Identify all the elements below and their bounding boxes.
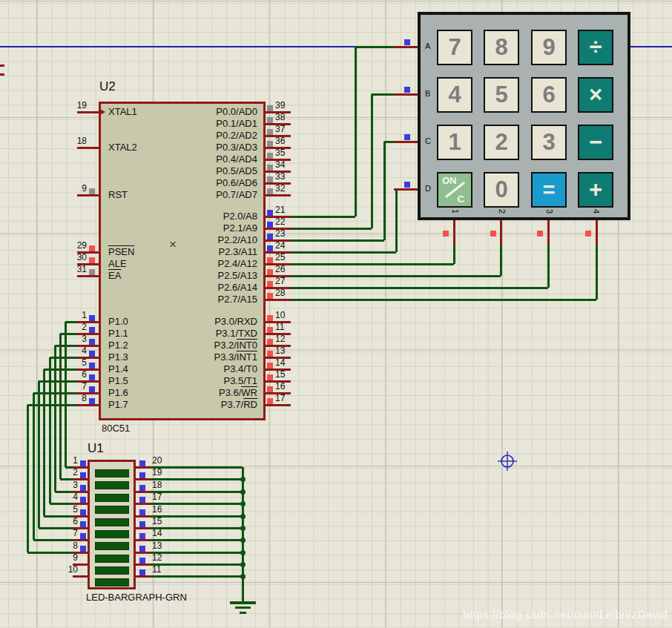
pin-state-marker <box>80 509 86 515</box>
schematic-canvas: 1918929303112345678393837363534333221222… <box>0 0 672 628</box>
wire-segment <box>291 251 396 254</box>
pin-number: 14 <box>275 357 285 368</box>
keypad-button-÷[interactable]: ÷ <box>578 30 613 65</box>
onc-label-bottom: C <box>458 194 464 205</box>
wire-segment <box>27 404 77 406</box>
wire-segment <box>547 220 550 245</box>
led-segment <box>95 555 129 563</box>
wire-segment <box>151 503 243 505</box>
pin-label: P3.2/INT0 <box>214 340 257 351</box>
wire-segment <box>596 220 598 245</box>
wire-segment <box>77 194 99 196</box>
keypad-button-9[interactable]: 9 <box>531 30 567 65</box>
pin-number: 11 <box>275 322 284 332</box>
led-bargraph[interactable] <box>88 460 136 589</box>
wire-segment <box>77 111 99 113</box>
keypad-button-7[interactable]: 7 <box>437 30 472 65</box>
pin-label: P3.1/TXD <box>216 328 257 340</box>
pin-number: 32 <box>275 183 285 194</box>
pin-number: 7 <box>55 528 78 538</box>
pin-number: 26 <box>275 264 285 274</box>
wire-segment <box>453 220 455 245</box>
pin-number: 22 <box>275 217 285 227</box>
pin-state-marker <box>139 460 145 466</box>
keypad-button-5[interactable]: 5 <box>484 77 519 113</box>
pin-state-marker <box>267 351 273 357</box>
pin-state-marker <box>267 293 273 299</box>
pin-label: P1.6 <box>108 387 128 399</box>
keypad-button-2[interactable]: 2 <box>484 125 519 160</box>
wire-segment <box>291 263 454 265</box>
pin-label: P3.7/RD <box>221 399 257 411</box>
chip-80c51[interactable]: XTAL1XTAL2RSTPSENALEEAP1.0P1.1P1.2P1.3P1… <box>99 102 266 420</box>
keypad-button-ON/C[interactable]: ONC <box>437 172 472 208</box>
wire-junction <box>240 538 246 543</box>
led-segment <box>95 542 129 550</box>
wire-segment <box>291 287 548 289</box>
pin-number: 35 <box>275 148 285 158</box>
keypad-button-8[interactable]: 8 <box>484 30 519 65</box>
pin-number: 17 <box>152 492 162 502</box>
keypad-button-=[interactable]: = <box>531 172 567 208</box>
pin-number: 23 <box>275 228 285 239</box>
pin-state-marker <box>139 485 145 491</box>
ground-bar <box>240 612 246 614</box>
pin-number: 13 <box>275 346 285 356</box>
keypad-button-3[interactable]: 3 <box>531 125 567 160</box>
pin-number: 19 <box>152 467 162 477</box>
wire-junction <box>240 477 246 482</box>
keypad-button-−[interactable]: − <box>578 125 613 160</box>
pin-number: 13 <box>152 541 162 551</box>
pin-label: P1.2 <box>108 340 128 351</box>
pin-number: 5 <box>55 504 78 515</box>
pin-state-marker <box>139 509 145 515</box>
led-segment <box>95 506 129 514</box>
wire-segment <box>151 552 243 554</box>
pin-number: 24 <box>275 240 285 251</box>
pin-state-marker <box>89 386 95 392</box>
wire-segment <box>291 228 372 230</box>
pin-state-marker <box>267 210 273 216</box>
wire-segment <box>43 369 45 516</box>
pin-label: RST <box>108 189 128 201</box>
keypad-button-4[interactable]: 4 <box>437 77 472 113</box>
pin-label: P0.4/AD4 <box>216 153 257 165</box>
pin-state-marker <box>139 472 145 478</box>
pin-number: 20 <box>152 455 162 466</box>
pin-number: 11 <box>152 564 161 575</box>
bargraph-ref: U1 <box>88 441 104 456</box>
wire-segment <box>136 491 151 493</box>
pin-number: 38 <box>275 112 285 122</box>
keypad-button-6[interactable]: 6 <box>531 77 567 113</box>
pin-number: 9 <box>55 552 78 563</box>
pin-number: 18 <box>152 480 162 490</box>
pin-state-marker <box>267 176 273 182</box>
keypad-button-×[interactable]: × <box>578 77 613 113</box>
keypad-button-1[interactable]: 1 <box>437 125 472 160</box>
pin-number: 16 <box>152 504 162 515</box>
pin-label: XTAL1 <box>108 106 137 118</box>
wire-segment <box>394 93 418 96</box>
pin-state-marker <box>267 386 273 392</box>
pin-state-marker <box>89 398 95 404</box>
pin-number: 17 <box>275 393 285 403</box>
pin-label: P0.3/AD3 <box>216 142 257 153</box>
wire-segment <box>151 466 243 469</box>
wire-junction <box>240 574 246 579</box>
pin-label: P2.7/A15 <box>218 294 258 305</box>
onc-label-top: ON <box>442 176 457 186</box>
pin-state-marker <box>89 339 95 345</box>
pin-state-marker <box>80 533 86 539</box>
pin-number: 27 <box>275 276 285 286</box>
keypad[interactable]: ABCD 1234 789÷456×123−ONC0=+ <box>418 12 630 220</box>
keypad-button-0[interactable]: 0 <box>484 172 519 208</box>
pin-label: P0.6/AD6 <box>216 177 257 189</box>
pin-label: P0.7/AD7 <box>216 189 257 201</box>
pin-label: P2.3/A11 <box>218 246 257 258</box>
pin-state-marker <box>267 398 273 404</box>
keypad-button-+[interactable]: + <box>578 172 613 208</box>
pin-state-marker <box>267 141 273 147</box>
wire-segment <box>27 405 29 552</box>
pin-label: P0.1/AD1 <box>216 118 257 130</box>
wire-segment <box>394 141 418 143</box>
